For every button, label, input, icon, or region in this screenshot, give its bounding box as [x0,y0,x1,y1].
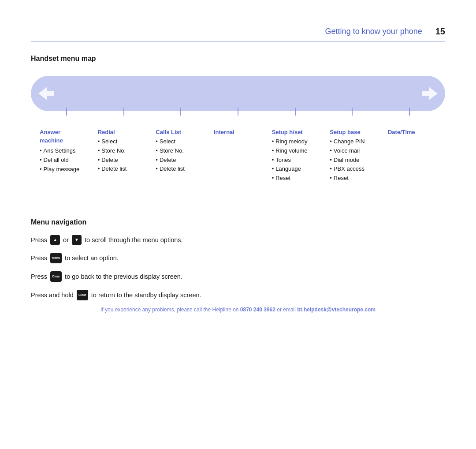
col-item: Reset [272,174,320,183]
nav-text-press-hold: Press and hold [31,291,75,299]
col-title-internal: Internal [214,129,262,135]
nav-item-standby: Press and hold Clear to return to the st… [31,290,445,300]
track-arrow-right [35,82,57,105]
nav-item-scroll: Press or to scroll through the menu opti… [31,235,445,245]
menu-map-section: Handset menu map [31,55,445,183]
nav-text-press-1: Press [31,236,49,244]
col-title-redial: Redial [98,129,146,135]
page-footer: If you experience any problems, please c… [31,306,445,313]
col-item: Voice mail [330,146,378,156]
menu-navigation-section: Menu navigation Press or to scroll throu… [31,218,445,300]
col-item: Del all old [40,156,88,165]
clear-button-icon-1: Clear [50,271,62,282]
col-item: Delete [98,156,146,165]
tick-5 [295,108,296,116]
svg-marker-0 [38,87,54,100]
menu-col-setup-base: Setup base Change PIN Voice mail Dial mo… [330,129,378,183]
col-title-setup-hset: Setup h/set [272,129,320,135]
page-number: 15 [435,26,445,37]
footer-text-before: If you experience any problems, please c… [100,307,240,313]
col-item: Select [156,137,204,146]
col-item: Store No. [156,146,204,156]
header-divider [31,41,445,41]
nav-text-press-2: Press [31,254,49,262]
nav-text-back: to go back to the previous display scree… [63,272,182,281]
page-container: Getting to know your phone 15 Handset me… [0,0,476,326]
tick-4 [238,108,238,116]
col-item: Select [98,137,146,146]
tick-7 [409,108,410,116]
footer-text: If you experience any problems, please c… [100,307,376,313]
arrow-up-icon [50,235,60,245]
nav-heading: Menu navigation [31,218,445,226]
menu-col-redial: Redial Select Store No. Delete Delete li… [98,129,146,183]
nav-item-select: Press Menu to select an option. [31,253,445,263]
tick-1 [66,108,67,116]
col-title-setup-base: Setup base [330,129,378,135]
col-item: Tones [272,156,320,165]
arrow-down-icon [72,235,82,245]
col-item: Delete [156,156,204,165]
col-item: Delete list [98,165,146,174]
col-item: Ring melody [272,137,320,146]
col-item: Ring volume [272,146,320,156]
nav-text-scroll: to scroll through the menu options. [83,236,183,244]
menu-col-setup-hset: Setup h/set Ring melody Ring volume Tone… [272,129,320,183]
col-item: Delete list [156,165,204,174]
menu-map-heading: Handset menu map [31,55,445,63]
col-item: PBX access [330,165,378,174]
track-pill [31,76,445,111]
tick-6 [352,108,353,116]
footer-phone: 0870 240 3962 [240,307,275,313]
nav-text-press-3: Press [31,272,49,281]
nav-text-standby: to return to the standby display screen. [89,291,201,299]
menu-col-datetime: Date/Time [388,129,436,183]
footer-email: bt.helpdesk@vtecheurope.com [297,307,376,313]
col-item: Language [272,165,320,174]
col-item: Change PIN [330,137,378,146]
col-item: Dial mode [330,156,378,165]
col-item: Ans Settings [40,146,88,156]
menu-track [31,76,445,111]
menu-items-row: Answer machine Ans Settings Del all old … [31,129,445,183]
tick-3 [180,108,181,116]
menu-col-answer-machine: Answer machine Ans Settings Del all old … [40,129,88,183]
col-item: Reset [330,174,378,183]
track-ticks [66,108,410,116]
nav-text-select: to select an option. [63,254,119,262]
col-item: Store No. [98,146,146,156]
col-subtitle-machine: machine [40,137,88,144]
menu-col-calls-list: Calls List Select Store No. Delete Delet… [156,129,204,183]
track-arrow-left [419,82,441,105]
menu-button-icon: Menu [50,253,62,263]
page-header: Getting to know your phone 15 [31,26,445,37]
col-title-calls-list: Calls List [156,129,204,135]
svg-marker-1 [422,87,438,100]
nav-text-or: or [61,236,71,244]
nav-item-back: Press Clear to go back to the previous d… [31,271,445,282]
col-title-datetime: Date/Time [388,129,436,135]
tick-2 [123,108,124,116]
menu-col-internal: Internal [214,129,262,183]
header-title: Getting to know your phone [325,27,422,36]
footer-text-middle: or email [275,307,297,313]
col-item: Play message [40,165,88,174]
col-title-answer: Answer [40,129,88,135]
clear-button-icon-2: Clear [77,290,88,300]
